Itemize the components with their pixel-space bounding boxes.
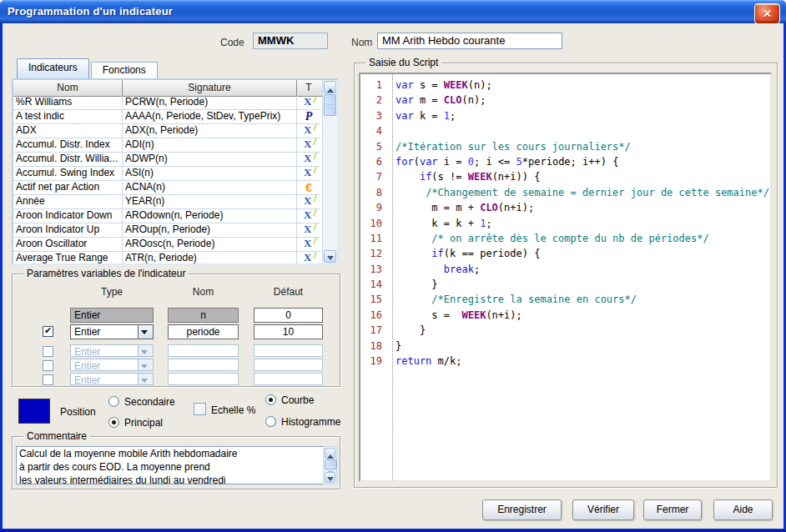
cell-nom: Aroon Indicator Down <box>13 209 123 223</box>
script-editor[interactable]: 1var s = WEEK(n);2var m = CLO(n);3var k … <box>359 73 772 482</box>
table-row[interactable]: Aroon Indicator DownAROdown(n, Periode) <box>13 209 320 223</box>
chevron-down-icon <box>138 374 153 384</box>
radio-courbe[interactable] <box>265 394 276 405</box>
param-header-nom: Nom <box>168 286 239 298</box>
echelle-checkbox[interactable] <box>194 403 206 415</box>
script-line: 1var s = WEEK(n); <box>360 78 770 93</box>
cell-type-icon <box>297 223 320 237</box>
fermer-button[interactable]: Fermer <box>643 499 702 520</box>
param-header-defaut: Défaut <box>254 286 323 298</box>
script-line: 9 m = m + CLO(n+i); <box>360 200 770 215</box>
comment-scroll-down-icon[interactable] <box>325 472 335 483</box>
parameters-group-title: Paramètres variables de l'indicateur <box>23 268 189 279</box>
table-row[interactable]: Accumul. Distr. Willia...ADWP(n) <box>13 153 320 167</box>
param-enable-checkbox[interactable] <box>43 360 53 371</box>
script-line: 19return m/k; <box>360 354 770 369</box>
chevron-down-icon <box>138 359 153 370</box>
comment-scroll-thumb[interactable] <box>325 459 337 469</box>
close-button[interactable] <box>754 3 780 24</box>
line-number: 5 <box>360 139 396 154</box>
cell-signature: AROosc(n, Periode) <box>123 238 297 251</box>
verifier-button[interactable]: Vérifier <box>572 499 634 520</box>
param-type-value: Entier <box>71 345 138 356</box>
line-number: 9 <box>360 200 396 215</box>
euro-icon <box>305 183 312 194</box>
radio-histogramme[interactable] <box>265 416 276 427</box>
scroll-down-icon[interactable] <box>324 250 336 263</box>
table-row[interactable]: ADXADX(n, Periode) <box>13 124 320 138</box>
line-number: 7 <box>360 169 396 184</box>
script-line: 6for(var i = 0; i <= 5*periode; i++) { <box>360 154 770 169</box>
param-defaut-field[interactable]: 0 <box>254 308 323 323</box>
comment-line: Calcul de la moyenne mobile Arith hebdom… <box>17 447 323 460</box>
param-type-value: Entier <box>71 374 138 384</box>
cell-signature: ASI(n) <box>123 167 297 180</box>
param-type-combobox[interactable]: Entier <box>70 324 154 339</box>
line-text: if(s != WEEK(n+i)) { <box>396 169 540 184</box>
table-row[interactable]: Aroon OscillatorAROosc(n, Periode) <box>13 238 320 252</box>
comment-textarea[interactable]: Calcul de la moyenne mobile Arith hebdom… <box>16 446 324 484</box>
aide-button[interactable]: Aide <box>713 499 773 520</box>
line-text: return m/k; <box>396 354 461 369</box>
script-line: 4 <box>360 123 770 138</box>
nom-label: Nom <box>351 37 372 48</box>
script-line: 7 if(s != WEEK(n+i)) { <box>360 169 770 184</box>
param-defaut-field <box>254 373 323 385</box>
table-row[interactable]: Accumul. Swing IndexASI(n) <box>13 167 320 181</box>
column-header-t[interactable]: T <box>297 80 320 96</box>
scroll-thumb[interactable] <box>324 94 336 116</box>
chevron-down-icon[interactable] <box>138 325 153 339</box>
param-enable-checkbox[interactable] <box>43 346 53 357</box>
column-header-signature[interactable]: Signature <box>123 80 297 96</box>
scroll-up-icon[interactable] <box>324 81 336 93</box>
tab-fonctions[interactable]: Fonctions <box>91 62 158 78</box>
script-line: 17 } <box>360 323 770 338</box>
script-group: Saisie du Script 1var s = WEEK(n);2var m… <box>354 63 778 488</box>
comment-scroll-up-icon[interactable] <box>325 448 335 459</box>
color-swatch[interactable] <box>18 399 50 424</box>
param-enable-checkbox[interactable] <box>43 374 53 385</box>
cell-nom: Accumul. Swing Index <box>13 167 123 180</box>
comment-scrollbar[interactable] <box>323 446 337 484</box>
table-row[interactable]: Accumul. Distr. IndexADI(n) <box>13 138 320 153</box>
cell-nom: Actif net par Action <box>13 181 123 194</box>
line-number: 19 <box>360 354 396 369</box>
line-number: 18 <box>360 339 396 354</box>
table-scrollbar[interactable] <box>322 80 337 263</box>
cell-signature: ATR(n, Periode) <box>123 252 297 265</box>
code-label: Code <box>220 37 244 48</box>
line-number: 15 <box>360 292 396 307</box>
column-header-nom[interactable]: Nom <box>13 80 123 96</box>
table-row[interactable]: %R WilliamsPCRW(n, Periode) <box>13 96 320 110</box>
radio-principal-label: Principal <box>124 417 163 429</box>
dialog-content: Code MMWK Nom MM Arith Hebdo courante In… <box>3 23 783 529</box>
script-lines: 1var s = WEEK(n);2var m = CLO(n);3var k … <box>360 78 770 369</box>
param-nom-field[interactable]: periode <box>168 324 239 339</box>
table-row[interactable]: Average True RangeATR(n, Periode) <box>13 252 320 265</box>
table-row[interactable]: Aroon Indicator UpAROup(n, Periode) <box>13 223 320 238</box>
param-enable-checkbox[interactable] <box>43 326 53 337</box>
radio-secondaire[interactable] <box>108 396 119 407</box>
comment-line: à partir des cours EOD. La moyenne prend <box>17 460 323 474</box>
param-defaut-field[interactable]: 10 <box>254 324 323 339</box>
script-line: 5/*Itération sur les cours journaliers*/ <box>360 139 770 154</box>
table-row[interactable]: AnnéeYEAR(n) <box>13 195 320 209</box>
line-number: 6 <box>360 154 396 169</box>
enregistrer-button[interactable]: Enregistrer <box>482 499 562 520</box>
line-text: /*Enregistre la semaine en cours*/ <box>396 292 637 307</box>
line-number: 11 <box>360 231 396 246</box>
script-line: 11 /* on arrête dès le compte du nb de p… <box>360 231 770 246</box>
line-text: s = WEEK(n+i); <box>396 308 522 323</box>
cell-type-icon <box>297 238 320 251</box>
param-type-value: Entier <box>71 359 138 370</box>
table-row[interactable]: A test indicAAAA(n, Periode, StDev, Type… <box>13 110 320 124</box>
dialog-window: Programmation d'un indicateur Code MMWK … <box>0 0 786 532</box>
param-nom-field <box>168 344 239 357</box>
nom-input[interactable]: MM Arith Hebdo courante <box>377 33 562 49</box>
indicator-table-body: %R WilliamsPCRW(n, Periode)A test indicA… <box>13 96 320 265</box>
tab-indicateurs[interactable]: Indicateurs <box>17 58 89 78</box>
param-type-combobox: Entier <box>70 373 154 385</box>
table-row[interactable]: Actif net par ActionACNA(n) <box>13 181 320 195</box>
radio-principal[interactable] <box>108 417 119 428</box>
script-line: 15 /*Enregistre la semaine en cours*/ <box>360 292 770 307</box>
